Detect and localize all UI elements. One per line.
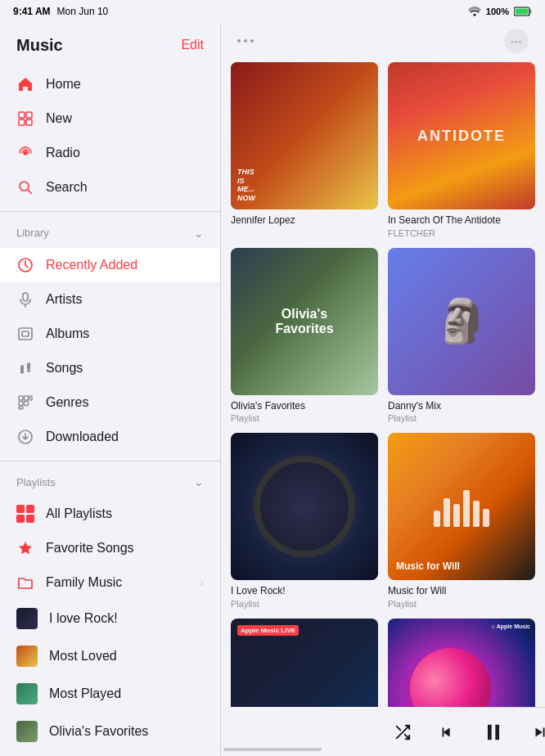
library-nav: Recently Added Artists Albums (0, 245, 220, 457)
sidebar-item-artists-label: Artists (46, 292, 82, 307)
status-bar: 9:41 AM Mon Jun 10 100% (0, 0, 545, 23)
album-item-pop-chill[interactable]: ♫ Apple Music Chill Pop Chill Apple Musi… (388, 619, 535, 707)
sidebar-item-new[interactable]: New (0, 101, 220, 136)
svg-rect-11 (23, 293, 28, 301)
genres-icon (16, 394, 34, 412)
library-chevron-icon[interactable]: ⌄ (194, 227, 204, 240)
sidebar-item-artists[interactable]: Artists (0, 282, 220, 317)
sidebar-item-downloaded[interactable]: Downloaded (0, 420, 220, 454)
sidebar-item-most-loved-label: Most Loved (49, 649, 117, 664)
sidebar-item-recently-added[interactable]: Recently Added (0, 248, 220, 282)
sidebar-item-i-love-rock[interactable]: I love Rock! (0, 600, 220, 637)
sidebar-header: Music Edit (0, 23, 220, 64)
playlists-chevron-icon[interactable]: ⌄ (194, 475, 204, 488)
battery-icon (514, 7, 532, 16)
sidebar-item-downloaded-label: Downloaded (46, 430, 119, 444)
main-dots (237, 39, 254, 43)
album-subtitle-music-for-will: Playlist (388, 599, 535, 609)
note-icon (16, 359, 34, 377)
more-options-button[interactable]: ··· (504, 29, 529, 53)
music-bars (434, 486, 489, 527)
apple-music-live-badge: Apple Music LIVE (237, 625, 299, 636)
sidebar-item-most-loved[interactable]: Most Loved (0, 637, 220, 675)
album-item-olivia[interactable]: Olivia'sFavorites Olivia's Favorites Pla… (231, 248, 378, 424)
sidebar-item-songs-label: Songs (46, 361, 83, 376)
sidebar-edit-button[interactable]: Edit (181, 38, 204, 52)
album-item-vinyl[interactable]: I Love Rock! Playlist (231, 433, 378, 609)
sidebar-item-search-label: Search (46, 180, 88, 195)
sidebar-item-favorite-songs-label: Favorite Songs (46, 541, 134, 556)
album-item-music-for-will[interactable]: Music for Will Music for Will Playlist (388, 433, 535, 609)
home-bar (223, 748, 322, 751)
album-subtitle-olivia: Playlist (231, 413, 378, 423)
apple-music-badge-pop: ♫ Apple Music (491, 623, 530, 629)
danny-emoji: 🗿 (435, 296, 489, 346)
album-item-danny[interactable]: 🗿 Danny's Mix Playlist (388, 248, 535, 424)
sidebar-item-all-playlists[interactable]: All Playlists (0, 497, 220, 531)
album-item-antidote[interactable]: In Search Of The Antidote FLETCHER (388, 62, 535, 238)
album-item-jennifer-lopez[interactable]: THISISME...NOW Jennifer Lopez (231, 62, 378, 238)
thumb-most-loved (16, 646, 38, 667)
album-title-music-for-will: Music for Will (388, 585, 535, 598)
album-title-jennifer-lopez: Jennifer Lopez (231, 214, 378, 227)
album-title-antidote: In Search Of The Antidote (388, 214, 535, 227)
sidebar-item-i-love-rock-label: I love Rock! (49, 611, 118, 626)
album-subtitle-vinyl: Playlist (231, 599, 378, 609)
sidebar-item-olivias-favorites[interactable]: Olivia's Favorites (0, 713, 220, 750)
new-icon (16, 110, 34, 128)
svg-rect-19 (25, 401, 29, 405)
sidebar-item-home-label: Home (46, 77, 81, 92)
sidebar-item-favorite-songs[interactable]: Favorite Songs (0, 531, 220, 565)
sidebar-nav: Home New (0, 64, 220, 208)
sidebar-item-recently-added-label: Recently Added (46, 258, 137, 272)
library-section-label: Library (16, 227, 49, 239)
svg-rect-4 (26, 112, 32, 118)
shuffle-button[interactable] (394, 719, 412, 745)
sidebar: Music Edit Home New (0, 23, 221, 756)
svg-rect-15 (19, 396, 23, 400)
sidebar-item-family-music[interactable]: Family Music › (0, 565, 220, 600)
sidebar-item-home[interactable]: Home (0, 67, 220, 101)
thumb-most-played (16, 683, 38, 704)
playlists-nav: All Playlists Favorite Songs Family Musi… (0, 493, 220, 756)
status-time: 9:41 AM (13, 6, 51, 17)
sidebar-item-most-played[interactable]: Most Played (0, 675, 220, 713)
playlists-section-header: Playlists ⌄ (0, 464, 220, 493)
home-icon (16, 75, 34, 93)
sidebar-item-most-played-label: Most Played (49, 686, 121, 701)
folder-icon (16, 574, 34, 592)
thumb-love-rock (16, 608, 38, 629)
svg-rect-2 (516, 9, 529, 15)
sidebar-item-songs[interactable]: Songs (0, 351, 220, 385)
sidebar-item-albums-label: Albums (46, 326, 89, 341)
forward-button[interactable] (531, 719, 545, 745)
rewind-button[interactable] (438, 719, 456, 745)
sidebar-item-albums[interactable]: Albums (0, 317, 220, 351)
playlists-divider (0, 461, 220, 461)
playlists-section-label: Playlists (16, 476, 56, 488)
svg-rect-20 (19, 407, 23, 409)
search-icon (16, 178, 34, 196)
thumb-olivia (16, 721, 38, 742)
album-subtitle-antidote: FLETCHER (388, 228, 535, 238)
sidebar-item-in-my-room[interactable]: In My Room (0, 750, 220, 756)
svg-point-8 (20, 182, 29, 191)
album-item-apple-music-live[interactable]: Apple Music LIVE Live: NYE 20... Apple M… (231, 619, 378, 707)
mic-icon (16, 290, 34, 308)
svg-rect-3 (19, 112, 25, 118)
star-icon (16, 539, 34, 557)
sidebar-item-radio[interactable]: Radio (0, 136, 220, 170)
sidebar-item-genres-label: Genres (46, 395, 88, 410)
all-playlists-icon (16, 505, 34, 523)
sidebar-item-search[interactable]: Search (0, 170, 220, 205)
clock-icon (16, 256, 34, 274)
main-topbar: ··· (221, 23, 545, 59)
pause-button[interactable] (482, 719, 505, 745)
album-title-olivia: Olivia's Favorites (231, 400, 378, 413)
sidebar-item-radio-label: Radio (46, 146, 80, 160)
svg-rect-1 (530, 10, 532, 13)
sidebar-item-olivias-favorites-label: Olivia's Favorites (49, 724, 148, 739)
svg-rect-13 (19, 328, 32, 340)
sidebar-item-genres[interactable]: Genres (0, 385, 220, 420)
album-title-vinyl: I Love Rock! (231, 585, 378, 598)
